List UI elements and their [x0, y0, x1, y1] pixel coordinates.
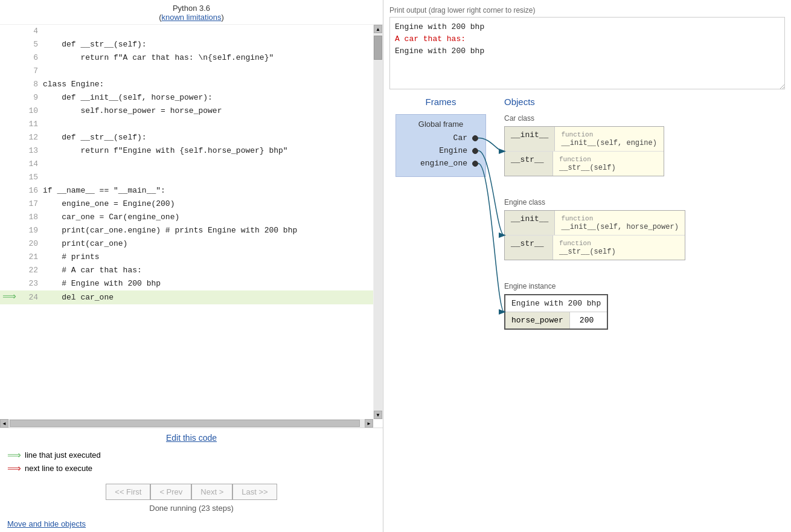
engine-init-value: function __init__(self, horse_power) — [555, 211, 684, 235]
engine-hp-row: horse_power 200 — [505, 312, 607, 328]
scrollbar-left-btn[interactable]: ◄ — [0, 419, 8, 428]
move-hide-anchor[interactable]: Move and hide objects — [7, 519, 86, 528]
line-number: 24 — [19, 290, 40, 304]
code-text: print(car_one.engine) # prints Engine wi… — [40, 224, 373, 237]
scrollbar-right-btn[interactable]: ► — [365, 419, 373, 428]
car-str-row: __str__ function __str__(self) — [505, 152, 664, 176]
line-arrow — [0, 51, 19, 65]
frame-var-engine: Engine — [439, 146, 467, 155]
line-number: 16 — [19, 184, 40, 197]
line-number: 4 — [19, 25, 40, 38]
resize-handle[interactable] — [777, 82, 784, 89]
line-number: 8 — [19, 78, 40, 91]
frame-row-engine-one: engine_one — [403, 159, 478, 168]
engine-instance-box: Engine with 200 bhp horse_power 200 — [504, 294, 608, 330]
scrollbar-h-thumb[interactable] — [10, 420, 360, 427]
code-text: # A car that has: — [40, 264, 373, 277]
line-arrow — [0, 184, 19, 197]
vertical-scrollbar[interactable]: ▲ ▼ — [373, 25, 383, 419]
line-number: 15 — [19, 171, 40, 184]
code-line-row: 8class Engine: — [0, 78, 373, 91]
frame-row-engine: Engine — [403, 146, 478, 155]
code-line-row: 16if __name__ == "__main__": — [0, 184, 373, 197]
line-number: 5 — [19, 38, 40, 51]
code-line-row: 22 # A car that has: — [0, 264, 373, 277]
engine-hp-value: 200 — [570, 312, 603, 328]
code-line-row: 23 # Engine with 200 bhp — [0, 277, 373, 290]
code-text: def __str__(self): — [40, 38, 373, 51]
car-class-box: __init__ function __init__(self, engine)… — [504, 126, 664, 176]
svg-line-0 — [780, 85, 784, 89]
line-arrow — [0, 131, 19, 144]
objects-label: Objects — [504, 97, 785, 107]
code-text: self.horse_power = horse_power — [40, 104, 373, 118]
code-text: del car_one — [40, 290, 373, 304]
code-line-row: 13 return f"Engine with {self.horse_powe… — [0, 144, 373, 158]
global-frame-title: Global frame — [403, 120, 478, 129]
line-number: 7 — [19, 65, 40, 78]
code-line-row: 18 car_one = Car(engine_one) — [0, 211, 373, 224]
code-text: class Engine: — [40, 78, 373, 91]
engine-init-row: __init__ function __init__(self, horse_p… — [505, 211, 685, 236]
scrollbar-down-btn[interactable]: ▼ — [374, 411, 382, 419]
code-line-row: 7 — [0, 65, 373, 78]
output-line: Engine with 200 bhp — [395, 45, 780, 57]
output-line: A car that has: — [395, 33, 780, 45]
green-arrow-icon: ⟹ — [2, 292, 16, 303]
engine-instance-section: Engine instance Engine with 200 bhp hors… — [504, 282, 785, 330]
known-limitations-link[interactable]: known limitations — [162, 13, 222, 22]
line-arrow — [0, 65, 19, 78]
line-number: 20 — [19, 237, 40, 251]
code-text: if __name__ == "__main__": — [40, 184, 373, 197]
legend-red-arrow-icon: ⟹ — [7, 462, 21, 475]
code-text — [40, 65, 373, 78]
code-line-row: 14 — [0, 158, 373, 171]
code-line-row: 21 # prints — [0, 251, 373, 264]
line-arrow — [0, 197, 19, 211]
line-arrow — [0, 78, 19, 91]
scrollbar-up-btn[interactable]: ▲ — [374, 25, 382, 33]
edit-code-anchor[interactable]: Edit this code — [166, 433, 217, 443]
code-scroll-area[interactable]: 45 def __str__(self):6 return f"A car th… — [0, 25, 373, 419]
line-number: 13 — [19, 144, 40, 158]
code-text: engine_one = Engine(200) — [40, 197, 373, 211]
objects-column: Objects Car class __init__ function __in… — [492, 97, 785, 532]
frames-label: Frames — [426, 97, 456, 107]
car-init-value: function __init__(self, engine) — [555, 127, 664, 151]
scrollbar-track — [374, 34, 382, 411]
line-arrow — [0, 237, 19, 251]
code-text — [40, 171, 373, 184]
code-text: # Engine with 200 bhp — [40, 277, 373, 290]
next-button[interactable]: Next > — [191, 484, 232, 500]
global-frame-box: Global frame Car Engine engine_one — [396, 114, 486, 177]
frame-dot-engine-one — [472, 161, 478, 167]
line-arrow — [0, 224, 19, 237]
engine-class-label: Engine class — [504, 198, 785, 207]
legend-green-text: line that just executed — [25, 449, 101, 462]
horizontal-scrollbar[interactable]: ◄ ► — [0, 419, 373, 428]
code-text: return f"A car that has: \n{self.engine}… — [40, 51, 373, 65]
line-number: 22 — [19, 264, 40, 277]
line-number: 11 — [19, 118, 40, 131]
edit-code-link: Edit this code — [0, 428, 383, 445]
prev-button[interactable]: < Prev — [150, 484, 191, 500]
first-button[interactable]: << First — [106, 484, 150, 500]
line-arrow — [0, 171, 19, 184]
line-number: 12 — [19, 131, 40, 144]
main-container: Python 3.6 (known limitations) 45 def __… — [0, 0, 791, 532]
line-arrow — [0, 264, 19, 277]
code-line-row: 20 print(car_one) — [0, 237, 373, 251]
scrollbar-thumb[interactable] — [374, 36, 382, 60]
engine-class-box: __init__ function __init__(self, horse_p… — [504, 210, 685, 260]
line-number: 6 — [19, 51, 40, 65]
viz-section: Frames Global frame Car Engine engine_on… — [389, 97, 785, 532]
frame-row-car: Car — [403, 133, 478, 143]
line-arrow — [0, 91, 19, 104]
legend-green-arrow-icon: ⟹ — [7, 449, 21, 462]
last-button[interactable]: Last >> — [232, 484, 277, 500]
code-area-wrapper: 45 def __str__(self):6 return f"A car th… — [0, 25, 383, 419]
frame-var-engine-one: engine_one — [420, 159, 467, 168]
nav-buttons: << First < Prev Next > Last >> — [106, 484, 277, 500]
frame-dot-engine — [472, 148, 478, 154]
code-text: def __init__(self, horse_power): — [40, 91, 373, 104]
